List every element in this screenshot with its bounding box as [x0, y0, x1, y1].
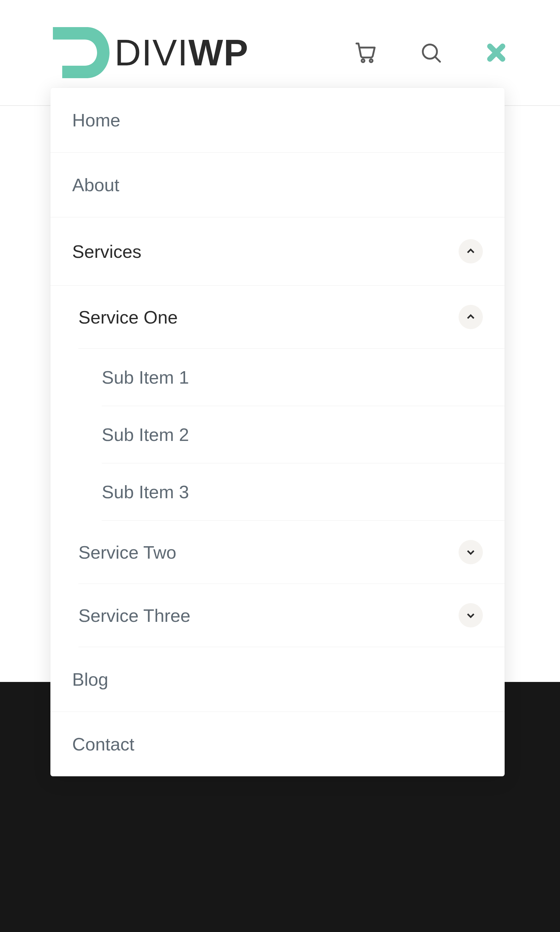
- header-actions: [352, 39, 510, 66]
- site-logo[interactable]: DIVIWP: [50, 25, 249, 81]
- logo-mark-icon: [50, 25, 112, 81]
- subsub-item-label: Sub Item 2: [102, 424, 189, 445]
- subsub-item[interactable]: Sub Item 1: [102, 349, 505, 406]
- logo-text-left: DIVI: [114, 32, 189, 73]
- close-icon[interactable]: [482, 39, 510, 66]
- collapse-toggle[interactable]: [458, 239, 483, 264]
- cart-icon[interactable]: [352, 39, 380, 66]
- chevron-down-icon: [465, 610, 476, 620]
- logo-text: DIVIWP: [114, 31, 249, 74]
- svg-point-0: [362, 59, 364, 62]
- submenu-item-service-two[interactable]: Service Two: [78, 521, 505, 584]
- svg-line-3: [435, 57, 440, 62]
- menu-item-label: About: [72, 174, 120, 195]
- mobile-menu-panel: Home About Services Service One Sub Item…: [51, 88, 505, 776]
- subsub-item-label: Sub Item 1: [102, 367, 189, 388]
- menu-item-blog[interactable]: Blog: [51, 647, 505, 712]
- submenu-item-service-three[interactable]: Service Three: [78, 584, 505, 647]
- svg-point-1: [369, 59, 372, 62]
- subsub-item[interactable]: Sub Item 3: [102, 463, 505, 521]
- logo-text-right: WP: [189, 32, 249, 73]
- menu-item-home[interactable]: Home: [51, 88, 505, 153]
- subsub-item[interactable]: Sub Item 2: [102, 406, 505, 463]
- chevron-down-icon: [465, 547, 476, 557]
- subsub-item-label: Sub Item 3: [102, 481, 189, 502]
- menu-item-about[interactable]: About: [51, 153, 505, 218]
- collapse-toggle[interactable]: [458, 305, 483, 329]
- menu-item-contact[interactable]: Contact: [51, 712, 505, 776]
- submenu-item-label: Service Three: [78, 605, 191, 626]
- submenu-item-label: Service One: [78, 307, 178, 327]
- chevron-up-icon: [465, 246, 476, 256]
- menu-item-services[interactable]: Services: [51, 218, 505, 285]
- search-icon[interactable]: [417, 39, 445, 66]
- menu-item-label: Services: [72, 241, 141, 262]
- submenu-item-service-one[interactable]: Service One: [78, 285, 505, 349]
- menu-item-label: Home: [72, 110, 120, 131]
- subsubmenu-service-one: Sub Item 1 Sub Item 2 Sub Item 3: [78, 349, 505, 521]
- expand-toggle[interactable]: [458, 603, 483, 628]
- submenu-services: Service One Sub Item 1 Sub Item 2 Sub It…: [51, 285, 505, 647]
- menu-item-label: Blog: [72, 669, 108, 690]
- expand-toggle[interactable]: [458, 540, 483, 564]
- chevron-up-icon: [465, 312, 476, 322]
- submenu-item-label: Service Two: [78, 542, 176, 563]
- menu-item-label: Contact: [72, 734, 134, 755]
